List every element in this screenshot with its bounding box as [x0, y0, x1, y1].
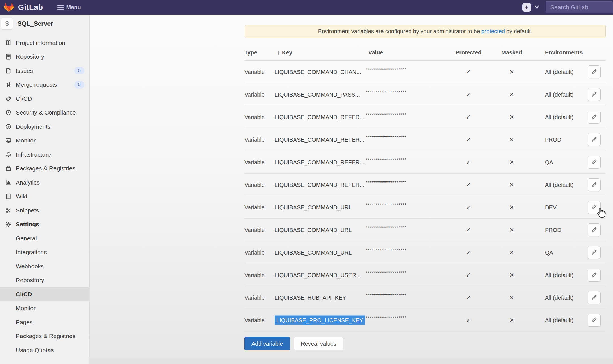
sidebar-item-infrastructure[interactable]: Infrastructure: [0, 148, 89, 162]
admin-notice-banner: Environment variables are configured by …: [245, 25, 606, 38]
sidebar-item-label: CI/CD: [16, 95, 32, 102]
variable-masked-value: ********************: [366, 203, 407, 208]
edit-variable-button[interactable]: [588, 133, 601, 146]
search-box: [546, 1, 613, 13]
variable-environment: PROD: [545, 136, 561, 143]
sidebar-item-security-compliance[interactable]: Security & Compliance: [0, 106, 89, 120]
gitlab-tanuki-logo-icon[interactable]: [3, 2, 14, 13]
project-avatar: S: [1, 18, 13, 30]
add-variable-button[interactable]: Add variable: [244, 337, 290, 350]
sidebar-item-issues[interactable]: Issues0: [0, 64, 89, 78]
reveal-values-button[interactable]: Reveal values: [294, 337, 343, 350]
monitor-icon: [5, 137, 12, 144]
sidebar-subitem-usage-quotas[interactable]: Usage Quotas: [0, 343, 89, 357]
edit-variable-button[interactable]: [588, 201, 601, 214]
masked-cross-icon: ✕: [495, 294, 528, 301]
sidebar-item-wiki[interactable]: Wiki: [0, 190, 89, 204]
merge-requests-icon: [5, 82, 12, 88]
edit-variable-button[interactable]: [588, 178, 601, 191]
project-header[interactable]: S SQL_Server: [0, 15, 89, 33]
menu-button[interactable]: Menu: [57, 4, 81, 11]
edit-variable-button[interactable]: [588, 246, 601, 259]
edit-variable-button[interactable]: [588, 88, 601, 101]
column-header-environments: Environments: [545, 49, 583, 56]
variable-key: LIQUIBASE_COMMAND_URL: [275, 204, 352, 210]
variable-masked-value: ********************: [366, 90, 407, 95]
sidebar-item-label: Project information: [16, 40, 65, 46]
pencil-icon: [591, 69, 597, 76]
variable-key: LIQUIBASE_COMMAND_PASS...: [275, 91, 360, 98]
sidebar-item-label: Wiki: [16, 193, 27, 200]
variable-key: LIQUIBASE_HUB_API_KEY: [275, 294, 346, 301]
sidebar-item-deployments[interactable]: Deployments: [0, 120, 89, 134]
variable-key-selected: LIQUIBASE_PRO_LICENSE_KEY: [275, 315, 365, 325]
sidebar-item-analytics[interactable]: Analytics: [0, 176, 89, 190]
sidebar-subitem-pages[interactable]: Pages: [0, 315, 89, 329]
edit-variable-button[interactable]: [588, 111, 601, 124]
sidebar: S SQL_Server Project informationReposito…: [0, 15, 90, 364]
variable-row: VariableLIQUIBASE_COMMAND_REFER...******…: [244, 106, 606, 128]
column-header-protected: Protected: [452, 49, 485, 56]
repository-icon: [5, 54, 12, 60]
edit-variable-button[interactable]: [588, 65, 601, 78]
protected-check-icon: ✓: [452, 272, 485, 279]
topbar-left: GitLab Menu: [0, 2, 81, 13]
sidebar-item-project-information[interactable]: Project information: [0, 36, 89, 50]
sidebar-item-repository[interactable]: Repository: [0, 50, 89, 64]
protected-check-icon: ✓: [452, 204, 485, 211]
sidebar-subitem-packages-registries[interactable]: Packages & Registries: [0, 329, 89, 343]
variable-row: VariableLIQUIBASE_COMMAND_CHAN...*******…: [244, 61, 606, 83]
edit-variable-button[interactable]: [588, 223, 601, 236]
snippets-icon: [5, 207, 12, 214]
variable-row: VariableLIQUIBASE_PRO_LICENSE_KEY*******…: [244, 309, 606, 332]
protected-link[interactable]: protected: [481, 28, 505, 35]
sidebar-item-packages-registries[interactable]: Packages & Registries: [0, 162, 89, 176]
variable-type: Variable: [244, 91, 265, 98]
count-badge: 0: [74, 81, 84, 89]
column-header-key[interactable]: ↑ Key: [277, 49, 292, 56]
variable-environment: All (default): [545, 181, 573, 188]
sidebar-item-label: Analytics: [16, 179, 40, 186]
cloud-gear-icon: [5, 152, 12, 158]
banner-text-after: by default.: [506, 28, 532, 35]
variable-key: LIQUIBASE_COMMAND_CHAN...: [275, 69, 361, 75]
protected-check-icon: ✓: [452, 69, 485, 75]
protected-check-icon: ✓: [452, 317, 485, 324]
sidebar-item-settings[interactable]: Settings: [0, 218, 89, 232]
sidebar-item-monitor[interactable]: Monitor: [0, 134, 89, 148]
variable-type: Variable: [244, 159, 265, 165]
sidebar-item-snippets[interactable]: Snippets: [0, 203, 89, 218]
sidebar-item-ci-cd[interactable]: CI/CD: [0, 92, 89, 106]
sidebar-subitem-ci-cd-active[interactable]: CI/CD: [0, 287, 89, 301]
sidebar-item-merge-requests[interactable]: Merge requests0: [0, 78, 89, 92]
variable-row: VariableLIQUIBASE_COMMAND_USER...*******…: [244, 264, 606, 286]
sidebar-subitem-general[interactable]: General: [0, 231, 89, 245]
edit-variable-button[interactable]: [588, 269, 601, 282]
protected-check-icon: ✓: [452, 181, 485, 188]
variable-environment: All (default): [545, 272, 573, 278]
sidebar-subitem-repository[interactable]: Repository: [0, 273, 89, 288]
edit-variable-button[interactable]: [588, 314, 601, 327]
variable-row: VariableLIQUIBASE_COMMAND_URL***********…: [244, 196, 606, 219]
sidebar-subitem-integrations[interactable]: Integrations: [0, 245, 89, 260]
chevron-down-icon[interactable]: [534, 5, 539, 10]
column-header-type: Type: [244, 49, 257, 56]
protected-check-icon: ✓: [452, 159, 485, 166]
edit-variable-button[interactable]: [588, 156, 601, 169]
sidebar-subitem-webhooks[interactable]: Webhooks: [0, 259, 89, 273]
gitlab-wordmark[interactable]: GitLab: [18, 3, 43, 12]
masked-cross-icon: ✕: [495, 272, 528, 279]
search-input[interactable]: [546, 1, 613, 13]
protected-check-icon: ✓: [452, 227, 485, 233]
shield-icon: [5, 109, 12, 116]
pencil-icon: [591, 227, 597, 234]
variable-environment: All (default): [545, 317, 573, 323]
topbar: GitLab Menu +: [0, 0, 613, 15]
edit-variable-button[interactable]: [588, 291, 601, 304]
sidebar-subitem-monitor[interactable]: Monitor: [0, 301, 89, 315]
variable-row: VariableLIQUIBASE_COMMAND_REFER...******…: [244, 174, 606, 196]
wiki-icon: [5, 193, 12, 199]
variable-row: VariableLIQUIBASE_COMMAND_PASS...*******…: [244, 83, 606, 106]
project-name: SQL_Server: [17, 20, 53, 27]
new-item-button[interactable]: +: [522, 3, 531, 12]
